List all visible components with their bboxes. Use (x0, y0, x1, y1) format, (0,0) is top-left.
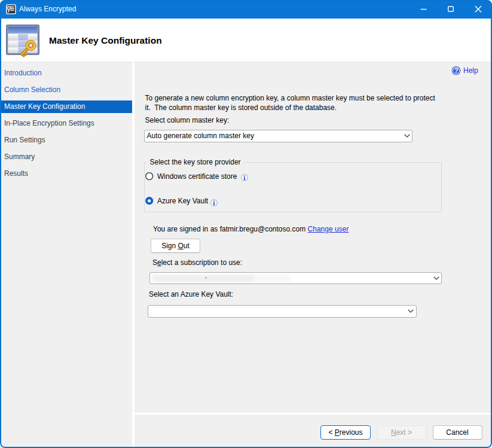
svg-text:?: ? (454, 67, 459, 74)
